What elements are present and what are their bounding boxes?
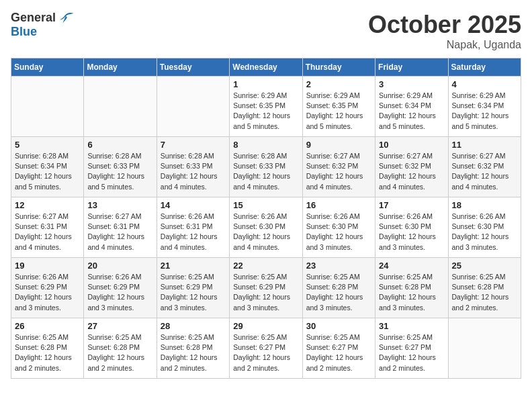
day-info: Sunrise: 6:28 AM Sunset: 6:34 PM Dayligh…	[15, 151, 80, 192]
day-info: Sunrise: 6:26 AM Sunset: 6:30 PM Dayligh…	[452, 212, 517, 253]
calendar-cell: 1Sunrise: 6:29 AM Sunset: 6:35 PM Daylig…	[230, 77, 302, 137]
day-number: 20	[87, 261, 152, 271]
day-info: Sunrise: 6:29 AM Sunset: 6:35 PM Dayligh…	[233, 91, 298, 132]
calendar-cell: 30Sunrise: 6:25 AM Sunset: 6:27 PM Dayli…	[302, 318, 375, 379]
calendar-cell: 24Sunrise: 6:25 AM Sunset: 6:28 PM Dayli…	[375, 258, 448, 318]
day-info: Sunrise: 6:27 AM Sunset: 6:31 PM Dayligh…	[87, 212, 152, 253]
day-info: Sunrise: 6:25 AM Sunset: 6:29 PM Dayligh…	[161, 272, 226, 313]
day-info: Sunrise: 6:26 AM Sunset: 6:29 PM Dayligh…	[15, 272, 80, 313]
calendar-cell: 26Sunrise: 6:25 AM Sunset: 6:28 PM Dayli…	[11, 318, 84, 379]
day-number: 23	[306, 261, 371, 271]
day-info: Sunrise: 6:27 AM Sunset: 6:32 PM Dayligh…	[452, 151, 517, 192]
day-number: 31	[379, 321, 444, 331]
day-number: 7	[161, 140, 226, 150]
day-number: 27	[87, 321, 152, 331]
calendar-cell: 23Sunrise: 6:25 AM Sunset: 6:28 PM Dayli…	[302, 258, 375, 318]
day-info: Sunrise: 6:25 AM Sunset: 6:27 PM Dayligh…	[379, 332, 444, 373]
day-number: 9	[306, 140, 371, 150]
day-info: Sunrise: 6:27 AM Sunset: 6:32 PM Dayligh…	[379, 151, 444, 192]
weekday-header-thursday: Thursday	[302, 58, 375, 77]
calendar-cell: 9Sunrise: 6:27 AM Sunset: 6:32 PM Daylig…	[302, 137, 375, 197]
calendar-cell: 11Sunrise: 6:27 AM Sunset: 6:32 PM Dayli…	[448, 137, 521, 197]
calendar-cell: 21Sunrise: 6:25 AM Sunset: 6:29 PM Dayli…	[157, 258, 229, 318]
day-info: Sunrise: 6:29 AM Sunset: 6:34 PM Dayligh…	[452, 91, 517, 132]
calendar-cell: 2Sunrise: 6:29 AM Sunset: 6:35 PM Daylig…	[302, 77, 375, 137]
weekday-header-row: SundayMondayTuesdayWednesdayThursdayFrid…	[11, 58, 521, 77]
day-number: 25	[452, 261, 517, 271]
weekday-header-saturday: Saturday	[448, 58, 521, 77]
calendar-cell: 10Sunrise: 6:27 AM Sunset: 6:32 PM Dayli…	[375, 137, 448, 197]
calendar-cell: 25Sunrise: 6:25 AM Sunset: 6:28 PM Dayli…	[448, 258, 521, 318]
day-number: 24	[379, 261, 444, 271]
day-info: Sunrise: 6:25 AM Sunset: 6:28 PM Dayligh…	[306, 272, 371, 313]
weekday-header-monday: Monday	[84, 58, 157, 77]
day-number: 5	[15, 140, 80, 150]
day-number: 4	[452, 79, 517, 89]
weekday-header-tuesday: Tuesday	[157, 58, 229, 77]
day-number: 13	[87, 200, 152, 210]
calendar-cell: 16Sunrise: 6:26 AM Sunset: 6:30 PM Dayli…	[302, 197, 375, 258]
logo-blue: Blue	[11, 25, 37, 39]
calendar-cell: 3Sunrise: 6:29 AM Sunset: 6:34 PM Daylig…	[375, 77, 448, 137]
location: Napak, Uganda	[368, 39, 521, 51]
calendar-cell: 20Sunrise: 6:26 AM Sunset: 6:29 PM Dayli…	[84, 258, 157, 318]
day-info: Sunrise: 6:26 AM Sunset: 6:30 PM Dayligh…	[233, 212, 298, 253]
day-number: 2	[306, 79, 371, 89]
day-number: 16	[306, 200, 371, 210]
day-info: Sunrise: 6:26 AM Sunset: 6:30 PM Dayligh…	[379, 212, 444, 253]
day-number: 26	[15, 321, 80, 331]
calendar-week-row: 26Sunrise: 6:25 AM Sunset: 6:28 PM Dayli…	[11, 318, 521, 379]
page-header: General Blue October 2025 Napak, Uganda	[11, 11, 521, 51]
calendar-cell	[157, 77, 229, 137]
day-number: 1	[233, 79, 298, 89]
day-info: Sunrise: 6:25 AM Sunset: 6:28 PM Dayligh…	[379, 272, 444, 313]
day-number: 3	[379, 79, 444, 89]
weekday-header-sunday: Sunday	[11, 58, 84, 77]
calendar-cell: 15Sunrise: 6:26 AM Sunset: 6:30 PM Dayli…	[230, 197, 302, 258]
calendar-cell: 6Sunrise: 6:28 AM Sunset: 6:33 PM Daylig…	[84, 137, 157, 197]
day-number: 6	[87, 140, 152, 150]
calendar-cell: 7Sunrise: 6:28 AM Sunset: 6:33 PM Daylig…	[157, 137, 229, 197]
logo: General Blue	[11, 11, 75, 39]
calendar-cell: 17Sunrise: 6:26 AM Sunset: 6:30 PM Dayli…	[375, 197, 448, 258]
day-number: 17	[379, 200, 444, 210]
calendar-cell: 5Sunrise: 6:28 AM Sunset: 6:34 PM Daylig…	[11, 137, 84, 197]
day-number: 11	[452, 140, 517, 150]
day-info: Sunrise: 6:26 AM Sunset: 6:31 PM Dayligh…	[161, 212, 226, 253]
day-number: 19	[15, 261, 80, 271]
calendar-cell: 18Sunrise: 6:26 AM Sunset: 6:30 PM Dayli…	[448, 197, 521, 258]
day-number: 22	[233, 261, 298, 271]
calendar-cell	[448, 318, 521, 379]
weekday-header-friday: Friday	[375, 58, 448, 77]
calendar-cell: 8Sunrise: 6:28 AM Sunset: 6:33 PM Daylig…	[230, 137, 302, 197]
day-info: Sunrise: 6:28 AM Sunset: 6:33 PM Dayligh…	[87, 151, 152, 192]
title-area: October 2025 Napak, Uganda	[368, 11, 521, 51]
day-number: 8	[233, 140, 298, 150]
day-info: Sunrise: 6:25 AM Sunset: 6:28 PM Dayligh…	[87, 332, 152, 373]
calendar-week-row: 12Sunrise: 6:27 AM Sunset: 6:31 PM Dayli…	[11, 197, 521, 258]
calendar-cell: 13Sunrise: 6:27 AM Sunset: 6:31 PM Dayli…	[84, 197, 157, 258]
calendar-cell	[84, 77, 157, 137]
calendar-cell: 22Sunrise: 6:25 AM Sunset: 6:29 PM Dayli…	[230, 258, 302, 318]
day-number: 12	[15, 200, 80, 210]
calendar-week-row: 5Sunrise: 6:28 AM Sunset: 6:34 PM Daylig…	[11, 137, 521, 197]
day-info: Sunrise: 6:25 AM Sunset: 6:27 PM Dayligh…	[306, 332, 371, 373]
day-number: 29	[233, 321, 298, 331]
day-number: 10	[379, 140, 444, 150]
day-info: Sunrise: 6:26 AM Sunset: 6:30 PM Dayligh…	[306, 212, 371, 253]
calendar-table: SundayMondayTuesdayWednesdayThursdayFrid…	[11, 58, 521, 379]
day-info: Sunrise: 6:25 AM Sunset: 6:28 PM Dayligh…	[452, 272, 517, 313]
day-info: Sunrise: 6:25 AM Sunset: 6:27 PM Dayligh…	[233, 332, 298, 373]
calendar-cell: 28Sunrise: 6:25 AM Sunset: 6:28 PM Dayli…	[157, 318, 229, 379]
weekday-header-wednesday: Wednesday	[230, 58, 302, 77]
day-info: Sunrise: 6:28 AM Sunset: 6:33 PM Dayligh…	[233, 151, 298, 192]
day-info: Sunrise: 6:27 AM Sunset: 6:31 PM Dayligh…	[15, 212, 80, 253]
calendar-cell: 4Sunrise: 6:29 AM Sunset: 6:34 PM Daylig…	[448, 77, 521, 137]
day-number: 18	[452, 200, 517, 210]
day-info: Sunrise: 6:29 AM Sunset: 6:35 PM Dayligh…	[306, 91, 371, 132]
day-info: Sunrise: 6:28 AM Sunset: 6:33 PM Dayligh…	[161, 151, 226, 192]
day-number: 28	[161, 321, 226, 331]
logo-bird-icon	[58, 11, 75, 25]
calendar-cell: 31Sunrise: 6:25 AM Sunset: 6:27 PM Dayli…	[375, 318, 448, 379]
calendar-cell	[11, 77, 84, 137]
